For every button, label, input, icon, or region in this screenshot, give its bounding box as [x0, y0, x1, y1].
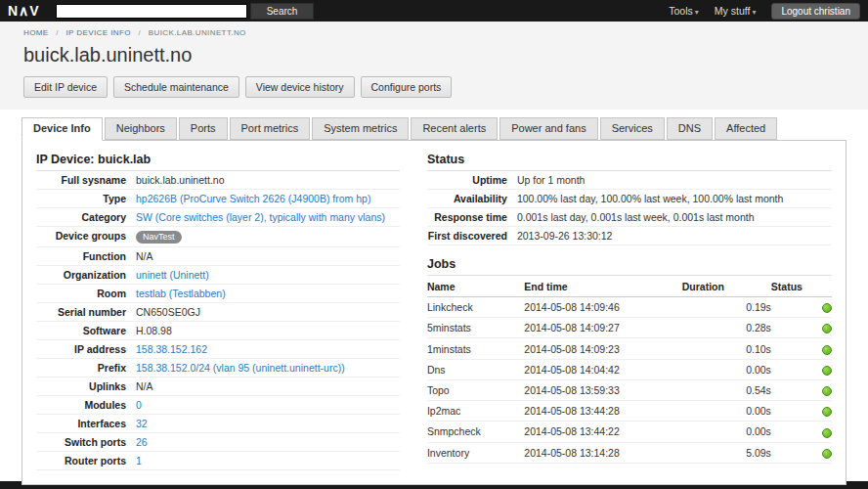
status-ok-icon [822, 428, 832, 438]
configure-ports-button[interactable]: Configure ports [361, 76, 453, 98]
device-info-table: Full sysname buick.lab.uninett.no Type h… [36, 171, 400, 470]
search-input[interactable] [56, 4, 247, 19]
view-device-history-button[interactable]: View device history [245, 76, 355, 98]
table-row: Uplinks N/A [36, 378, 400, 396]
job-end-time: 2014-05-08 13:44:28 [524, 401, 681, 422]
row-label: IP address [36, 340, 136, 359]
job-status [771, 297, 832, 318]
job-name: 5minstats [427, 318, 524, 338]
row-value: 2013-09-26 13:30:12 [517, 227, 832, 245]
table-row: Type hp2626B (ProCurve Switch 2626 (J490… [36, 190, 400, 208]
table-row: Linkcheck 2014-05-08 14:09:46 0.19s [427, 297, 832, 318]
modules-link[interactable]: 0 [136, 399, 142, 411]
row-value: 158.38.152.162 [136, 340, 400, 359]
organization-link[interactable]: uninett (Uninett) [136, 269, 209, 281]
job-end-time: 2014-05-08 13:14:28 [524, 442, 681, 463]
job-status [771, 379, 832, 400]
table-row: IP address 158.38.152.162 [36, 340, 400, 359]
row-label: Uptime [427, 171, 517, 190]
status-ok-icon [822, 407, 832, 417]
job-duration: 5.09s [682, 442, 771, 463]
ip-address-link[interactable]: 158.38.152.162 [136, 343, 207, 355]
job-duration: 0.28s [682, 318, 771, 338]
row-label: Type [36, 190, 136, 208]
interfaces-link[interactable]: 32 [136, 418, 148, 429]
switch-ports-link[interactable]: 26 [136, 436, 148, 448]
action-buttons: Edit IP device Schedule maintenance View… [23, 76, 845, 98]
table-row: Serial number CN650SE0GJ [36, 303, 400, 322]
job-status [771, 401, 832, 422]
my-stuff-menu[interactable]: My stuff▾ [715, 5, 757, 17]
table-row: Router ports 1 [36, 452, 400, 470]
nav-logo[interactable]: N∧V [8, 3, 40, 19]
tab-system-metrics[interactable]: System metrics [312, 117, 409, 140]
tab-device-info[interactable]: Device Info [22, 117, 103, 141]
jobs-header-row: Name End time Duration Status [427, 277, 832, 297]
row-label: Response time [427, 208, 517, 227]
topbar-right-menu: Tools▾ My stuff▾ Logout christian [669, 3, 860, 20]
chevron-down-icon: ▾ [752, 8, 756, 17]
row-label: Serial number [36, 303, 136, 322]
tab-recent-alerts[interactable]: Recent alerts [411, 117, 498, 140]
status-ok-icon [822, 366, 832, 376]
table-row: Full sysname buick.lab.uninett.no [36, 171, 400, 190]
row-label: Modules [36, 396, 136, 415]
ip-device-heading: IP Device: buick.lab [36, 153, 400, 171]
row-value: N/A [136, 378, 400, 396]
edit-ip-device-button[interactable]: Edit IP device [23, 76, 108, 98]
table-row: 5minstats 2014-05-08 14:09:27 0.28s [427, 318, 832, 338]
row-value: CN650SE0GJ [136, 303, 400, 322]
tab-neighbors[interactable]: Neighbors [105, 117, 177, 140]
router-ports-link[interactable]: 1 [136, 455, 142, 467]
tab-ports[interactable]: Ports [179, 117, 228, 140]
job-name: Topo [427, 379, 524, 400]
status-ok-icon [822, 386, 832, 396]
category-link[interactable]: SW (Core switches (layer 2), typically w… [136, 211, 385, 223]
breadcrumb: HOME / IP DEVICE INFO / BUICK.LAB.UNINET… [0, 22, 868, 37]
row-label: Prefix [36, 359, 136, 378]
schedule-maintenance-button[interactable]: Schedule maintenance [113, 76, 239, 98]
job-end-time: 2014-05-08 14:09:46 [524, 297, 681, 318]
logout-button[interactable]: Logout christian [771, 3, 860, 20]
search-button[interactable]: Search [250, 3, 315, 20]
job-name: Dns [427, 359, 524, 379]
row-value: 100.00% last day, 100.00% last week, 100… [517, 190, 832, 208]
row-value: testlab (Testlabben) [136, 285, 400, 303]
table-row: Topo 2014-05-08 13:59:33 0.54s [427, 379, 832, 400]
job-name: Snmpcheck [427, 422, 524, 442]
row-value: 26 [136, 433, 400, 452]
row-label: Switch ports [36, 433, 136, 452]
table-row: Modules 0 [36, 396, 400, 415]
jobs-table: Name End time Duration Status Linkcheck … [427, 277, 832, 464]
row-label: Organization [36, 266, 136, 285]
type-link[interactable]: hp2626B (ProCurve Switch 2626 (J4900B) f… [136, 193, 370, 204]
job-duration: 0.00s [682, 359, 771, 379]
table-row: Response time 0.001s last day, 0.001s la… [427, 208, 832, 227]
column-header-status: Status [771, 277, 832, 297]
device-group-badge[interactable]: NavTest [136, 231, 182, 244]
tab-port-metrics[interactable]: Port metrics [230, 117, 311, 140]
job-end-time: 2014-05-08 14:09:23 [524, 338, 681, 359]
row-label: Category [36, 208, 136, 227]
job-status [771, 422, 832, 442]
tab-affected[interactable]: Affected [715, 117, 777, 140]
tab-power-and-fans[interactable]: Power and fans [499, 117, 597, 140]
column-header-name: Name [427, 277, 524, 297]
tab-dns[interactable]: DNS [667, 117, 713, 140]
status-ok-icon [822, 449, 832, 459]
room-link[interactable]: testlab (Testlabben) [136, 288, 226, 299]
chevron-down-icon: ▾ [695, 8, 699, 17]
breadcrumb-home[interactable]: HOME [23, 28, 49, 37]
breadcrumb-current: BUICK.LAB.UNINETT.NO [149, 28, 246, 37]
job-status [771, 338, 832, 359]
search-form: Search [56, 3, 315, 20]
tools-menu[interactable]: Tools▾ [669, 5, 699, 17]
row-value: N/A [136, 247, 400, 266]
prefix-link[interactable]: 158.38.152.0/24 (vlan 95 (uninett.uninet… [136, 362, 345, 374]
job-status [771, 318, 832, 338]
status-ok-icon [822, 345, 832, 355]
tab-services[interactable]: Services [600, 117, 665, 140]
table-row: Snmpcheck 2014-05-08 13:44:22 0.00s [427, 422, 832, 442]
breadcrumb-ip-device-info[interactable]: IP DEVICE INFO [65, 28, 130, 37]
row-label: Router ports [36, 452, 136, 470]
